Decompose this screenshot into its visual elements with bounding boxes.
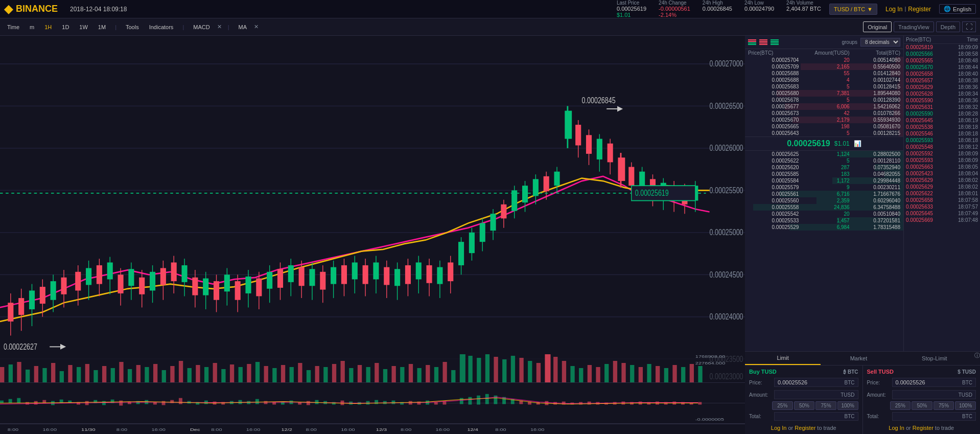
bid-row[interactable]: 0.00025533 1,457 0.37201581 <box>745 217 903 224</box>
indicators-button[interactable]: Indicators <box>146 23 177 31</box>
bid-row[interactable]: 0.00025579 9 0.00230211 <box>745 184 903 191</box>
svg-rect-257 <box>102 401 106 405</box>
svg-rect-159 <box>9 364 13 382</box>
language-selector[interactable]: 🌐 English <box>939 4 976 14</box>
buy-form-title: Buy TUSD ₿ BTC <box>749 369 858 375</box>
svg-rect-209 <box>434 367 438 382</box>
sell-register-link[interactable]: Register <box>913 425 934 431</box>
bid-row[interactable]: 0.00025561 6,716 1.71667676 <box>745 191 903 197</box>
trade-history-row: 0.00025657 18:08:38 <box>904 77 980 84</box>
ask-row[interactable]: 0.00025680 7,381 1.89544080 <box>745 90 903 97</box>
buy-50pct-button[interactable]: 50% <box>794 401 815 410</box>
ob-view-icon-3[interactable] <box>771 39 779 45</box>
trade-info-icon[interactable]: ⓘ <box>974 352 980 365</box>
sell-75pct-button[interactable]: 75% <box>934 401 954 410</box>
ask-row[interactable]: 0.00025709 2,165 0.55640500 <box>745 63 903 70</box>
bid-rows: 0.00025625 1,124 0.28802500 0.00025622 5… <box>745 151 903 231</box>
macd-indicator[interactable]: MACD <box>190 23 213 31</box>
buy-25pct-button[interactable]: 25% <box>772 401 793 410</box>
bid-row[interactable]: 0.00025529 6,984 1.78315488 <box>745 224 903 231</box>
current-price-bar: 0.00025619 $1.01 📊 <box>745 136 903 151</box>
sell-login-link[interactable]: Log In <box>889 425 904 431</box>
volume-stat: 24h Volume 2,404.87 BTC <box>786 0 821 18</box>
trade-history-row: 0.00025629 18:08:02 <box>904 184 980 190</box>
register-button[interactable]: Register <box>908 6 931 13</box>
original-chart-button[interactable]: Original <box>863 21 892 32</box>
interval-1w[interactable]: 1W <box>76 23 91 31</box>
depth-chart-button[interactable]: Depth <box>936 21 960 32</box>
chart-svg: 0.00027000 0.00026500 0.00026000 0.00025… <box>0 36 745 382</box>
macd-close-icon[interactable]: ✕ <box>217 24 222 30</box>
ask-row[interactable]: 0.00025643 5 0.00128215 <box>745 130 903 136</box>
bid-row[interactable]: 0.00025558 24,836 6.34758488 <box>745 204 903 211</box>
volume-bars-overlay: 1768908.00 227664.000 <box>0 352 745 382</box>
bid-row[interactable]: 0.00025585 183 0.04682055 <box>745 171 903 177</box>
sell-form: Sell TUSD $ TUSD Price: BTC <box>863 366 981 434</box>
ask-row[interactable]: 0.00025704 20 0.00514080 <box>745 57 903 63</box>
buy-amount-input[interactable] <box>778 392 841 398</box>
buy-login-link[interactable]: Log In <box>771 425 787 431</box>
svg-text:12/2: 12/2 <box>281 427 292 432</box>
svg-rect-301 <box>485 394 489 404</box>
ask-row[interactable]: 0.00025683 5 0.00128415 <box>745 83 903 90</box>
bid-row[interactable]: 0.00025560 2,359 0.60296040 <box>745 197 903 204</box>
ask-row[interactable]: 0.00025673 42 0.01078266 <box>745 110 903 117</box>
ask-row[interactable]: 0.00025677 6,006 1.54216062 <box>745 103 903 110</box>
decimals-select[interactable]: 8 decimals <box>860 38 900 47</box>
sell-50pct-button[interactable]: 50% <box>912 401 932 410</box>
ask-row[interactable]: 0.00025688 55 0.01412840 <box>745 70 903 77</box>
bid-row[interactable]: 0.00025620 287 0.07352940 <box>745 164 903 171</box>
bid-row[interactable]: 0.00025584 1,172 0.29984448 <box>745 177 903 184</box>
tradingview-chart-button[interactable]: TradingView <box>894 21 934 32</box>
ma-indicator[interactable]: MA <box>235 23 250 31</box>
svg-rect-265 <box>170 400 174 403</box>
sell-price-input[interactable] <box>896 379 963 385</box>
bid-row[interactable]: 0.00025625 1,124 0.28802500 <box>745 151 903 157</box>
top-header: ◆ BINANCE 2018-12-04 18:09:18 Last Price… <box>0 0 980 18</box>
ask-row[interactable]: 0.00025670 2,179 0.55934930 <box>745 117 903 123</box>
interval-1m[interactable]: 1M <box>95 23 109 31</box>
svg-rect-176 <box>153 364 157 382</box>
change-val: -0.00000561 <box>659 6 690 12</box>
svg-rect-81 <box>341 265 347 284</box>
sell-login-prompt: Log In or Register to trade <box>867 425 976 431</box>
fullscreen-button[interactable]: ⛶ <box>962 21 976 32</box>
buy-75pct-button[interactable]: 75% <box>815 401 836 410</box>
svg-rect-185 <box>230 364 234 382</box>
svg-text:16:00: 16:00 <box>151 427 165 432</box>
svg-rect-218 <box>511 356 515 382</box>
stop-limit-tab[interactable]: Stop-Limit <box>897 352 972 365</box>
market-tab[interactable]: Market <box>821 352 896 365</box>
ask-row[interactable]: 0.00025688 4 0.00102744 <box>745 77 903 83</box>
svg-rect-123 <box>565 111 572 139</box>
svg-rect-93 <box>405 265 411 284</box>
buy-total-label: Total: <box>749 414 772 419</box>
ask-row[interactable]: 0.00025678 5 0.00128390 <box>745 97 903 103</box>
svg-text:0.00026845: 0.00026845 <box>582 96 616 105</box>
svg-rect-275 <box>255 399 259 404</box>
svg-rect-326 <box>698 402 702 405</box>
trade-history-row: 0.00025546 18:08:18 <box>904 130 980 137</box>
ob-view-icon-2[interactable] <box>759 39 767 45</box>
sell-100pct-button[interactable]: 100% <box>955 401 976 410</box>
tools-button[interactable]: Tools <box>123 23 142 31</box>
login-button[interactable]: Log In <box>885 6 902 13</box>
sell-25pct-button[interactable]: 25% <box>890 401 911 410</box>
buy-price-input[interactable] <box>778 379 845 385</box>
interval-m[interactable]: m <box>27 23 37 31</box>
svg-rect-219 <box>519 358 523 382</box>
ob-view-icon-1[interactable] <box>748 39 756 45</box>
ma-close-icon[interactable]: ✕ <box>254 24 259 30</box>
limit-tab[interactable]: Limit <box>745 352 821 365</box>
bid-row[interactable]: 0.00025622 5 0.00128110 <box>745 157 903 164</box>
sell-amount-input[interactable] <box>896 392 959 398</box>
buy-100pct-button[interactable]: 100% <box>837 401 858 410</box>
buy-register-link[interactable]: Register <box>795 425 815 431</box>
pair-selector[interactable]: TUSD / BTC ▼ <box>829 4 877 15</box>
interval-1h[interactable]: 1H <box>41 23 55 31</box>
ask-row[interactable]: 0.00025665 198 0.05081670 <box>745 123 903 130</box>
interval-1d[interactable]: 1D <box>59 23 72 31</box>
bid-row[interactable]: 0.00025542 20 0.00510840 <box>745 211 903 217</box>
svg-text:8:00: 8:00 <box>306 427 317 432</box>
trade-history-row: 0.00025670 18:08:44 <box>904 64 980 71</box>
